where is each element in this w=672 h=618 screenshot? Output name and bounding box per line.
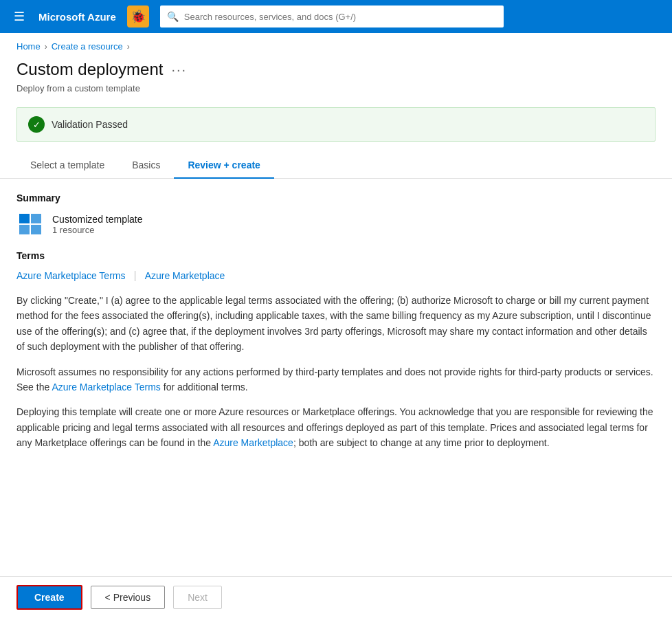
summary-item-subtitle: 1 resource: [52, 225, 143, 235]
azure-marketplace-link[interactable]: Azure Marketplace: [145, 270, 225, 281]
bottom-bar: Create < Previous Next: [0, 576, 672, 618]
summary-item-title: Customized template: [52, 214, 143, 225]
summary-item: Customized template 1 resource: [16, 212, 656, 236]
tab-bar: Select a template Basics Review + create: [0, 153, 672, 179]
terms-section-title: Terms: [16, 250, 656, 261]
tab-review-create[interactable]: Review + create: [174, 153, 273, 179]
breadcrumb-home[interactable]: Home: [16, 41, 41, 52]
more-options-icon[interactable]: ···: [171, 62, 187, 78]
next-button: Next: [173, 586, 222, 609]
bug-icon[interactable]: 🐞: [127, 5, 149, 27]
terms-paragraph-3-link[interactable]: Azure Marketplace: [213, 437, 293, 448]
hamburger-icon[interactable]: ☰: [11, 6, 27, 27]
search-bar[interactable]: 🔍: [160, 5, 504, 27]
terms-paragraph-2: Microsoft assumes no responsibility for …: [16, 364, 656, 395]
search-input[interactable]: [184, 12, 497, 22]
brand-name: Microsoft Azure: [38, 11, 116, 23]
terms-section: Terms Azure Marketplace Terms | Azure Ma…: [16, 250, 656, 451]
azure-marketplace-terms-link[interactable]: Azure Marketplace Terms: [16, 270, 125, 281]
breadcrumb: Home › Create a resource ›: [0, 33, 672, 54]
tab-basics[interactable]: Basics: [118, 153, 174, 179]
main-content-scroll: Summary Customized template 1 resource T…: [0, 179, 672, 618]
search-icon: 🔍: [167, 11, 179, 22]
grid-cell-4: [31, 225, 41, 234]
summary-text: Customized template 1 resource: [52, 214, 143, 235]
breadcrumb-sep-1: ›: [45, 42, 47, 52]
terms-paragraph-2-link[interactable]: Azure Marketplace Terms: [52, 382, 160, 393]
grid-cell-1: [19, 214, 30, 223]
tab-select-template[interactable]: Select a template: [16, 153, 118, 179]
breadcrumb-create-resource[interactable]: Create a resource: [52, 41, 123, 52]
terms-paragraph-3: Deploying this template will create one …: [16, 404, 656, 450]
page-title: Custom deployment: [16, 60, 163, 79]
previous-button[interactable]: < Previous: [91, 586, 166, 609]
create-button[interactable]: Create: [16, 585, 82, 610]
template-icon: [16, 212, 44, 236]
main-content: Summary Customized template 1 resource T…: [0, 179, 672, 474]
page-subtitle: Deploy from a custom template: [0, 82, 672, 102]
terms-body: By clicking "Create," I (a) agree to the…: [16, 293, 656, 451]
page-header: Custom deployment ···: [0, 54, 672, 82]
terms-links: Azure Marketplace Terms | Azure Marketpl…: [16, 269, 656, 282]
summary-section-title: Summary: [16, 192, 656, 203]
validation-check-icon: ✓: [28, 116, 45, 133]
validation-text: Validation Passed: [52, 119, 128, 130]
validation-banner: ✓ Validation Passed: [16, 107, 656, 142]
template-grid-icon: [19, 214, 41, 234]
breadcrumb-sep-2: ›: [127, 42, 130, 52]
terms-paragraph-1: By clicking "Create," I (a) agree to the…: [16, 293, 656, 355]
grid-cell-2: [31, 214, 41, 223]
grid-cell-3: [19, 225, 30, 234]
terms-divider: |: [133, 269, 136, 282]
top-nav: ☰ Microsoft Azure 🐞 🔍: [0, 0, 672, 33]
